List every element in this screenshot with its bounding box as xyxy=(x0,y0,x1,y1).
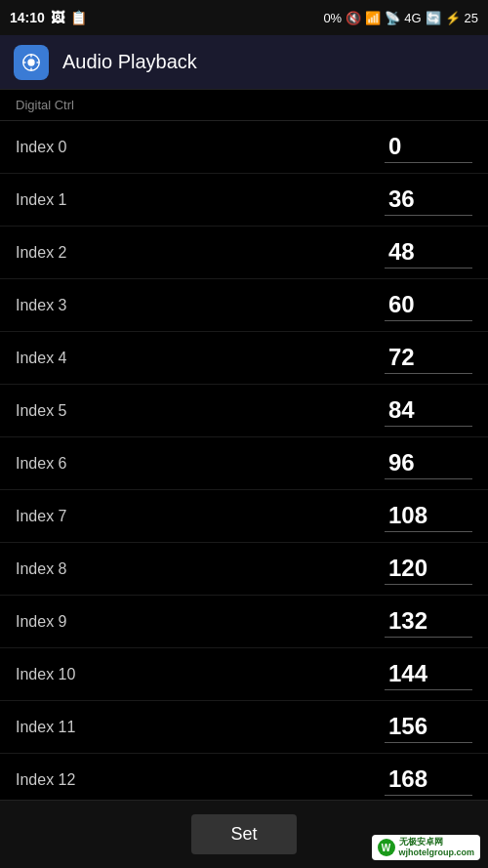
list-item: Index 4 xyxy=(0,332,488,385)
item-label-9: Index 9 xyxy=(16,613,66,631)
item-input-1[interactable] xyxy=(385,184,472,216)
item-label-6: Index 6 xyxy=(16,455,66,473)
item-input-2[interactable] xyxy=(385,236,472,269)
item-label-10: Index 10 xyxy=(16,666,75,683)
svg-point-1 xyxy=(27,59,34,65)
list-item: Index 5 xyxy=(0,385,488,437)
signal-icon: 📡 xyxy=(385,11,400,25)
category-header: Digital Ctrl xyxy=(0,90,488,121)
notification-icon: 📋 xyxy=(70,10,87,25)
item-input-6[interactable] xyxy=(385,447,472,479)
page-title: Audio Playback xyxy=(62,51,197,73)
list-item: Index 10 xyxy=(0,648,488,701)
list-item: Index 1 xyxy=(0,174,488,227)
title-bar: Audio Playback xyxy=(0,35,488,90)
status-right: 0% 🔇 📶 📡 4G 🔄 ⚡ 25 xyxy=(323,11,478,25)
item-input-3[interactable] xyxy=(385,289,472,321)
item-input-0[interactable] xyxy=(385,131,472,163)
list-item: Index 3 xyxy=(0,279,488,332)
watermark-text: 无极安卓网 wjhotelgroup.com xyxy=(399,837,475,858)
items-list: Index 0Index 1Index 2Index 3Index 4Index… xyxy=(0,121,488,868)
set-button[interactable]: Set xyxy=(191,814,296,854)
list-item: Index 12 xyxy=(0,754,488,806)
item-label-7: Index 7 xyxy=(16,508,66,525)
item-input-7[interactable] xyxy=(385,500,472,532)
item-label-4: Index 4 xyxy=(16,350,66,367)
item-label-1: Index 1 xyxy=(16,191,66,209)
list-item: Index 8 xyxy=(0,543,488,596)
status-left: 14:10 🖼 📋 xyxy=(10,10,87,25)
wifi-icon: 📶 xyxy=(365,11,381,25)
sync-icon: 🔄 xyxy=(426,11,441,25)
battery-label: 25 xyxy=(465,11,478,25)
item-label-11: Index 11 xyxy=(16,719,75,736)
item-input-9[interactable] xyxy=(385,605,472,638)
list-item: Index 2 xyxy=(0,227,488,279)
list-item: Index 0 xyxy=(0,121,488,174)
status-time: 14:10 xyxy=(10,10,45,25)
item-input-4[interactable] xyxy=(385,342,472,374)
item-label-3: Index 3 xyxy=(16,297,66,314)
volume-label: 0% xyxy=(323,11,342,25)
list-item: Index 6 xyxy=(0,437,488,490)
network-label: 4G xyxy=(404,11,421,25)
item-label-2: Index 2 xyxy=(16,244,66,262)
charging-icon: ⚡ xyxy=(445,11,461,25)
item-input-12[interactable] xyxy=(385,764,472,796)
item-input-11[interactable] xyxy=(385,711,472,743)
scroll-area: Digital Ctrl Index 0Index 1Index 2Index … xyxy=(0,90,488,868)
item-input-5[interactable] xyxy=(385,394,472,427)
app-icon xyxy=(14,45,49,80)
watermark-logo: W xyxy=(378,839,395,856)
item-label-0: Index 0 xyxy=(16,139,66,156)
item-label-8: Index 8 xyxy=(16,560,66,578)
photo-icon: 🖼 xyxy=(51,10,64,25)
volume-icon: 🔇 xyxy=(346,11,361,25)
item-label-12: Index 12 xyxy=(16,771,75,789)
item-label-5: Index 5 xyxy=(16,402,66,420)
item-input-8[interactable] xyxy=(385,553,472,585)
list-item: Index 9 xyxy=(0,596,488,648)
watermark: W 无极安卓网 wjhotelgroup.com xyxy=(372,835,481,860)
list-item: Index 7 xyxy=(0,490,488,543)
status-bar: 14:10 🖼 📋 0% 🔇 📶 📡 4G 🔄 ⚡ 25 xyxy=(0,0,488,35)
item-input-10[interactable] xyxy=(385,658,472,690)
list-item: Index 11 xyxy=(0,701,488,754)
